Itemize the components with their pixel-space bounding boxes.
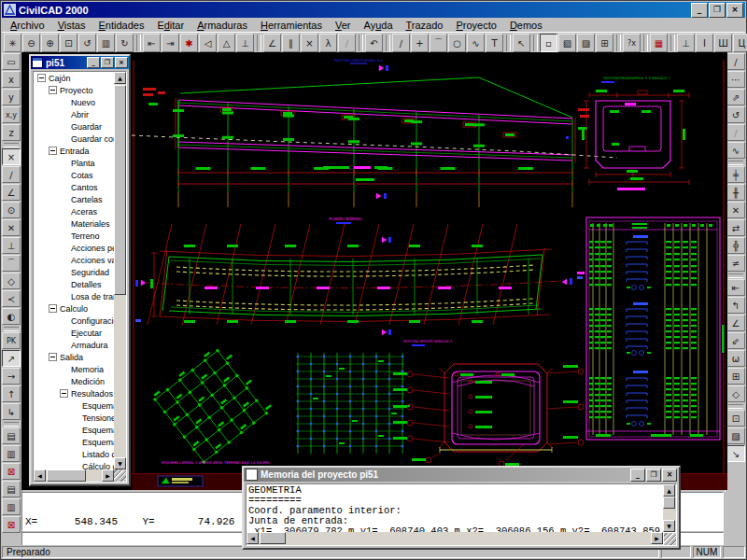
snap-center-button[interactable]: ⊙ xyxy=(2,202,21,218)
close-button[interactable]: × xyxy=(726,3,743,18)
orbit-button[interactable]: ↗ xyxy=(2,350,21,367)
snap-endpoint-button[interactable]: ∠ xyxy=(2,184,21,201)
collapse-icon[interactable] xyxy=(37,74,46,82)
memoria-minimize-button[interactable]: _ xyxy=(630,469,645,482)
menu-armaduras[interactable]: Armaduras xyxy=(190,20,254,31)
copy-drawing-button[interactable]: ▤ xyxy=(2,427,21,444)
context-help-icon[interactable]: ?x xyxy=(623,34,641,52)
memoria-vscroll-thumb[interactable] xyxy=(663,497,675,509)
tree-item-entrada[interactable]: Entrada xyxy=(34,145,114,157)
scroll-left-icon[interactable]: ◀ xyxy=(34,469,46,482)
rect-hatch2-icon[interactable]: ▨ xyxy=(577,34,595,52)
scroll-left-icon[interactable]: ◀ xyxy=(247,532,259,544)
tree-vscroll-thumb[interactable] xyxy=(114,85,126,295)
memoria-close-button[interactable]: × xyxy=(662,469,677,482)
paste-drawing-button[interactable]: ▥ xyxy=(2,445,21,462)
snap-intersection-button[interactable]: ✕ xyxy=(2,219,21,236)
point-icon[interactable]: + xyxy=(411,34,429,52)
tree-item-aceras[interactable]: Aceras xyxy=(34,205,114,217)
memoria-hscroll-thumb[interactable] xyxy=(260,532,286,544)
tree-item-detalles[interactable]: Detalles xyxy=(34,278,114,290)
tree-item-guardar-com[interactable]: Guardar com xyxy=(34,133,114,145)
draw-dashed-icon[interactable]: ⋯ xyxy=(726,71,745,88)
pier-icon[interactable]: Ц xyxy=(733,34,747,52)
tree-item-caj-n[interactable]: Cajón xyxy=(34,72,114,84)
menu-trazado[interactable]: Trazado xyxy=(400,20,450,31)
tree-item-listado-d[interactable]: Listado d xyxy=(34,448,114,460)
abutment-icon[interactable]: ⊥ xyxy=(677,34,695,52)
tree-restore-button[interactable]: ❐ xyxy=(101,57,114,68)
zoom-out-icon[interactable]: ⊖ xyxy=(22,34,40,52)
render-icon[interactable]: ▦ xyxy=(650,34,668,52)
memoria-resize-grip[interactable] xyxy=(664,533,676,545)
menu-proyecto[interactable]: Proyecto xyxy=(449,20,502,31)
zoom-dynamic-icon[interactable]: ✳ xyxy=(4,34,21,52)
scroll-down-icon[interactable]: ▼ xyxy=(114,457,126,469)
hook-up-icon[interactable]: ↰ xyxy=(726,297,745,314)
bar-shape3-icon[interactable]: ω xyxy=(726,350,745,367)
tree-hscroll-thumb[interactable] xyxy=(47,469,86,482)
snap-none-button[interactable]: × xyxy=(2,148,21,165)
bar-shape-icon[interactable]: ∠ xyxy=(726,315,745,331)
menu-herramientas[interactable]: Herramientas xyxy=(254,20,329,31)
tree-hscrollbar[interactable]: ◀ ▶ xyxy=(34,469,114,482)
tree-item-configuraci-[interactable]: Configuració xyxy=(34,315,114,327)
snap-tangent-button[interactable]: ⌒ xyxy=(2,255,21,272)
pk-button[interactable]: PK xyxy=(2,332,21,349)
measure-horizontal-icon[interactable]: ⇤ xyxy=(143,34,161,52)
viewports-icon[interactable]: ▥ xyxy=(97,34,115,52)
menu-entidades[interactable]: Entidades xyxy=(92,20,150,31)
tree-item-esquema[interactable]: Esquema xyxy=(34,424,114,436)
bar-group-icon[interactable]: ⊞ xyxy=(726,368,745,385)
rebar-straight-icon[interactable]: ╪ xyxy=(726,166,745,183)
close-drawing-button[interactable]: ⊠ xyxy=(2,516,21,533)
offset-icon[interactable]: ⇗ xyxy=(726,89,745,105)
restore-button[interactable]: ❐ xyxy=(709,3,726,18)
tree-item-cotas[interactable]: Cotas xyxy=(34,169,114,181)
segment-icon[interactable]: ∕ xyxy=(338,34,356,52)
tree-item-calculo[interactable]: Calculo xyxy=(34,302,114,315)
polyline-icon[interactable]: ∿ xyxy=(467,34,485,52)
collapse-icon[interactable] xyxy=(60,389,68,398)
pan-right-button[interactable]: → xyxy=(2,368,21,385)
draw-line-icon[interactable]: ∕ xyxy=(726,53,745,70)
export-button[interactable]: ▤ xyxy=(2,481,21,497)
coord-y-button[interactable]: y xyxy=(2,89,21,105)
arc-icon[interactable]: ⌒ xyxy=(430,34,447,52)
scroll-right-icon[interactable]: ▶ xyxy=(651,532,663,544)
text-icon[interactable]: T xyxy=(486,34,503,52)
tree-item-memoria[interactable]: Memoria xyxy=(34,363,114,375)
arc-dim-icon[interactable]: ◁ xyxy=(199,34,217,52)
tree-item-ejecutar[interactable]: Ejecutar xyxy=(34,327,114,339)
bar-label-icon[interactable]: ◇ xyxy=(726,385,745,402)
spline-icon[interactable]: ∿ xyxy=(726,142,745,159)
zoom-in-icon[interactable]: ⊕ xyxy=(41,34,59,52)
menu-editar[interactable]: Editar xyxy=(150,20,190,31)
snap-point-button[interactable]: ∕ xyxy=(2,166,21,183)
tree-vscrollbar[interactable]: ▲ ▼ xyxy=(114,72,126,469)
regen-icon[interactable]: ↺ xyxy=(78,34,96,52)
tree-item-esquema[interactable]: Esquema xyxy=(34,436,114,448)
project-tree-window[interactable]: pi51 _ ❐ × CajónProyectoNuevoAbrirGuarda… xyxy=(29,54,131,486)
tree-item-abrir[interactable]: Abrir xyxy=(34,108,114,120)
ray-icon[interactable]: λ xyxy=(319,34,337,52)
coord-xy-button[interactable]: x,y xyxy=(2,106,21,123)
coord-z-button[interactable]: z xyxy=(2,124,21,141)
pan-up-button[interactable]: ↑ xyxy=(2,385,21,402)
tree-minimize-button[interactable]: _ xyxy=(87,57,100,68)
memoria-vscrollbar[interactable]: ▲ ▼ xyxy=(663,484,676,532)
tree-item-medici-n[interactable]: Medición xyxy=(34,375,114,387)
rebar-cross-icon[interactable]: ✕ xyxy=(726,202,745,218)
rebar-stirrup-icon[interactable]: ╫ xyxy=(726,184,745,201)
collapse-icon[interactable] xyxy=(49,304,57,313)
scroll-up-icon[interactable]: ▲ xyxy=(114,72,126,84)
tree-item-esquema[interactable]: Esquema xyxy=(34,399,114,412)
zoom-window-icon[interactable]: ⊡ xyxy=(60,34,78,52)
intersect-icon[interactable]: × xyxy=(301,34,318,52)
menu-demos[interactable]: Demos xyxy=(503,20,549,31)
parallel-icon[interactable]: ∥ xyxy=(282,34,300,52)
tree-item-terreno[interactable]: Terreno xyxy=(34,230,114,242)
line-dim-icon[interactable]: ∕ xyxy=(726,124,745,141)
rotate-view-button[interactable]: ↳ xyxy=(2,403,21,420)
tree-item-acciones-va[interactable]: Acciones va xyxy=(34,254,114,266)
